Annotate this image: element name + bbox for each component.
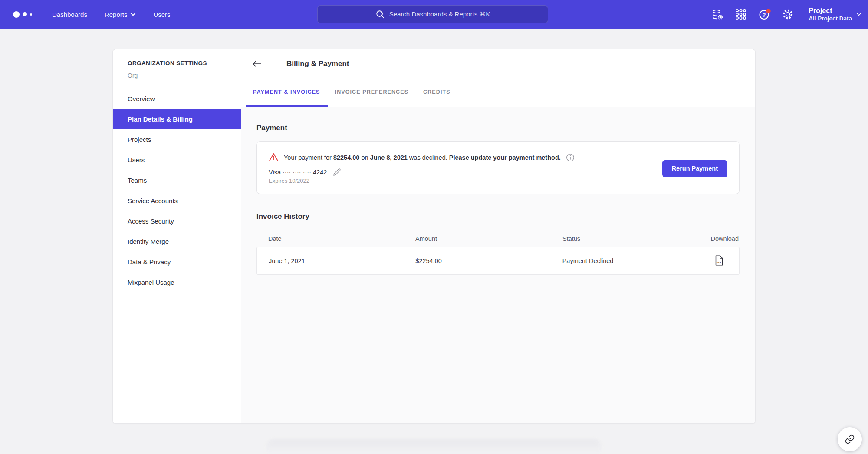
gear-icon[interactable] [782,8,794,20]
nav-link-reports[interactable]: Reports [105,11,136,18]
invoice-row: June 1, 2021 $2254.00 Payment Declined P… [256,247,740,275]
billing-tabs: PAYMENT & INVOICES INVOICE PREFERENCES C… [241,78,755,107]
payment-method-summary: Visa ···· ···· ···· 4242 [269,168,575,176]
sidebar-item-data-privacy[interactable]: Data & Privacy [113,252,241,272]
chevron-down-icon [130,13,136,16]
rerun-payment-button[interactable]: Rerun Payment [662,160,727,177]
search-placeholder: Search Dashboards & Reports ⌘K [389,10,490,18]
help-circle-icon[interactable]: ? [758,8,770,20]
payment-declined-alert: Your payment for $2254.00 on June 8, 202… [269,153,575,162]
alert-cta: Please update your payment method. [449,154,561,161]
nav-link-label: Dashboards [52,11,87,18]
link-icon [845,434,855,444]
sidebar-item-mixpanel-usage[interactable]: Mixpanel Usage [113,272,241,293]
invoice-table-header: Date Amount Status Download [256,230,740,247]
project-label: Project [809,7,852,15]
alert-mid: on [359,154,370,161]
billing-header: Billing & Payment [241,49,755,78]
nav-link-users[interactable]: Users [153,11,170,18]
top-nav-bar: Dashboards Reports Users Search Dashboar… [0,0,868,29]
invoice-status: Payment Declined [551,257,697,264]
arrow-left-icon [252,60,262,68]
settings-panel: ORGANIZATION SETTINGS Org Overview Plan … [112,49,756,424]
project-value: All Project Data [809,15,852,23]
tab-credits[interactable]: CREDITS [416,78,458,107]
apps-grid-icon[interactable] [735,8,747,20]
info-circle-icon[interactable] [566,153,575,162]
svg-text:PDF: PDF [717,261,722,264]
invoice-table: Date Amount Status Download June 1, 2021… [256,230,740,275]
nav-link-label: Reports [105,11,128,18]
sidebar-item-plan-details-billing[interactable]: Plan Details & Billing [113,109,241,129]
payment-alert-card: Your payment for $2254.00 on June 8, 202… [256,141,740,194]
column-status: Status [551,235,698,242]
sidebar-menu: Overview Plan Details & Billing Projects… [113,89,241,293]
sidebar-item-projects[interactable]: Projects [113,129,241,150]
invoice-history-heading: Invoice History [256,212,740,221]
database-gear-icon[interactable] [711,8,723,20]
sidebar-item-teams[interactable]: Teams [113,170,241,191]
nav-link-label: Users [153,11,170,18]
sidebar-item-overview[interactable]: Overview [113,89,241,109]
tab-content: Payment Your payment for $2254.00 on Jun… [241,107,755,423]
mixpanel-logo[interactable] [13,11,40,18]
logo-dot-large [13,11,20,18]
notification-badge [766,9,771,13]
project-switcher[interactable]: Project All Project Data [809,7,862,23]
chevron-down-icon [856,12,862,16]
alert-mid: was declined. [408,154,449,161]
link-fab-button[interactable] [838,427,862,451]
alert-prefix: Your payment for [284,154,333,161]
primary-nav-links: Dashboards Reports Users [52,11,171,18]
tab-invoice-preferences[interactable]: INVOICE PREFERENCES [328,78,416,107]
invoice-amount: $2254.00 [404,257,550,264]
alert-amount: $2254.00 [333,154,359,161]
column-amount: Amount [404,235,551,242]
logo-dot-medium [23,12,27,16]
page-title: Billing & Payment [273,49,349,78]
settings-sidebar: ORGANIZATION SETTINGS Org Overview Plan … [113,49,241,423]
column-date: Date [256,235,404,242]
pdf-download-button[interactable]: PDF [715,255,723,266]
org-settings-heading: ORGANIZATION SETTINGS [113,60,241,66]
payment-section-heading: Payment [256,124,740,132]
search-input[interactable]: Search Dashboards & Reports ⌘K [317,5,548,23]
bottom-sheet-shadow [267,439,601,454]
svg-text:?: ? [763,12,766,18]
card-expiry: Expires 10/2022 [269,178,575,184]
sidebar-item-service-accounts[interactable]: Service Accounts [113,191,241,211]
alert-date: June 8, 2021 [370,154,408,161]
pdf-file-icon: PDF [715,255,723,266]
back-button[interactable] [241,49,273,78]
sidebar-item-access-security[interactable]: Access Security [113,211,241,231]
tab-payment-invoices[interactable]: PAYMENT & INVOICES [246,78,328,107]
warning-triangle-icon [269,153,279,162]
payment-alert-left: Your payment for $2254.00 on June 8, 202… [269,153,575,184]
org-name: Org [113,72,241,79]
pencil-icon[interactable] [333,168,341,176]
sidebar-item-users[interactable]: Users [113,150,241,170]
billing-main-area: Billing & Payment PAYMENT & INVOICES INV… [241,49,755,423]
column-download: Download [698,235,740,242]
nav-right-controls: ? Project All Project Data [711,7,862,23]
alert-text: Your payment for $2254.00 on June 8, 202… [284,154,561,161]
nav-link-dashboards[interactable]: Dashboards [52,11,87,18]
search-icon [375,10,385,19]
logo-dot-small [30,13,32,16]
invoice-date: June 1, 2021 [257,257,404,264]
sidebar-item-identity-merge[interactable]: Identity Merge [113,231,241,252]
card-number: Visa ···· ···· ···· 4242 [269,169,327,176]
